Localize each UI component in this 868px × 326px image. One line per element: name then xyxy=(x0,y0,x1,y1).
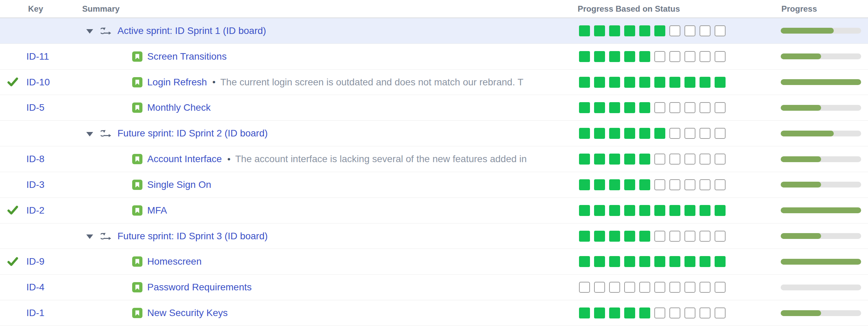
progress-bar-fill xyxy=(781,156,821,162)
issue-summary-link[interactable]: Homescreen xyxy=(147,256,202,267)
story-type-icon xyxy=(132,282,142,292)
status-square xyxy=(624,231,635,242)
sprint-name-link[interactable]: Future sprint: ID Sprint 3 (ID board) xyxy=(117,231,268,242)
story-type-icon xyxy=(132,180,142,190)
issue-key-link[interactable]: ID-10 xyxy=(23,77,81,88)
issue-summary-link[interactable]: Screen Transitions xyxy=(147,51,227,62)
issue-key-link[interactable]: ID-2 xyxy=(23,205,81,216)
progress-squares xyxy=(568,128,781,139)
story-type-icon xyxy=(132,77,142,87)
issue-summary-link[interactable]: Monthly Check xyxy=(147,102,211,113)
progress-cell xyxy=(781,79,868,85)
sprint-group-row[interactable]: Future sprint: ID Sprint 3 (ID board) xyxy=(0,224,868,249)
issue-row[interactable]: ID-4 Password Requirements xyxy=(0,275,868,300)
issue-row[interactable]: ID-3 Single Sign On xyxy=(0,172,868,198)
issue-row[interactable]: ID-9 Homescreen xyxy=(0,249,868,275)
column-header-progress-based-on-status[interactable]: Progress Based on Status xyxy=(568,4,781,14)
issue-key-link[interactable]: ID-9 xyxy=(23,256,81,267)
issue-row[interactable]: ID-1 New Security Keys xyxy=(0,300,868,326)
status-square xyxy=(715,128,726,139)
column-header-key[interactable]: Key xyxy=(23,4,81,14)
status-square xyxy=(624,154,635,165)
sprint-icon xyxy=(101,26,112,36)
sprint-name-link[interactable]: Future sprint: ID Sprint 2 (ID board) xyxy=(117,128,268,139)
progress-bar xyxy=(781,28,861,34)
sprint-name-link[interactable]: Active sprint: ID Sprint 1 (ID board) xyxy=(117,25,266,36)
story-type-icon xyxy=(132,154,142,164)
status-cell xyxy=(0,206,23,215)
status-square xyxy=(715,102,726,113)
collapse-chevron-down-icon[interactable] xyxy=(86,29,93,34)
status-square xyxy=(684,307,695,318)
status-square xyxy=(609,231,620,242)
status-square xyxy=(700,128,710,139)
status-square xyxy=(609,102,620,113)
issue-summary-link[interactable]: Password Requirements xyxy=(147,282,252,293)
status-square xyxy=(715,231,726,242)
sprint-icon xyxy=(101,231,112,241)
status-square xyxy=(669,51,680,62)
status-square xyxy=(594,25,605,36)
status-square xyxy=(654,256,665,267)
summary-cell: Single Sign On xyxy=(81,172,568,197)
status-square xyxy=(594,282,605,293)
status-square xyxy=(639,205,650,216)
progress-bar xyxy=(781,233,861,239)
issue-key-link[interactable]: ID-1 xyxy=(23,307,81,318)
column-header-progress[interactable]: Progress xyxy=(781,4,868,14)
issue-key-link[interactable]: ID-11 xyxy=(23,51,81,62)
status-square xyxy=(624,102,635,113)
status-square xyxy=(624,256,635,267)
progress-squares xyxy=(568,256,781,267)
status-square xyxy=(684,282,695,293)
status-square xyxy=(654,77,665,88)
description-group: • The account interface is lacking sever… xyxy=(222,154,527,165)
done-checkmark-icon xyxy=(7,257,18,266)
collapse-chevron-down-icon[interactable] xyxy=(86,234,93,239)
summary-cell: New Security Keys xyxy=(81,300,568,326)
issue-summary-link[interactable]: Login Refresh xyxy=(147,77,207,88)
sprint-group-row[interactable]: Active sprint: ID Sprint 1 (ID board) xyxy=(0,18,868,44)
issue-summary-link[interactable]: New Security Keys xyxy=(147,307,228,318)
status-square xyxy=(594,205,605,216)
issue-summary-link[interactable]: MFA xyxy=(147,205,167,216)
progress-bar xyxy=(781,131,861,136)
bullet-separator: • xyxy=(227,154,230,165)
issue-key-link[interactable]: ID-8 xyxy=(23,154,81,165)
status-square xyxy=(609,77,620,88)
issue-row[interactable]: ID-10 Login Refresh • The current login … xyxy=(0,70,868,95)
status-square xyxy=(700,154,710,165)
sprint-group-row[interactable]: Future sprint: ID Sprint 2 (ID board) xyxy=(0,121,868,146)
issue-row[interactable]: ID-11 Screen Transitions xyxy=(0,44,868,70)
issue-row[interactable]: ID-5 Monthly Check xyxy=(0,95,868,121)
status-square xyxy=(684,25,695,36)
status-square xyxy=(639,307,650,318)
status-square xyxy=(684,128,695,139)
status-square xyxy=(594,102,605,113)
issue-row[interactable]: ID-8 Account Interface • The account int… xyxy=(0,146,868,172)
progress-bar xyxy=(781,53,861,59)
issue-tracker-table: Key Summary Progress Based on Status Pro… xyxy=(0,0,868,326)
status-square xyxy=(715,307,726,318)
issue-key-link[interactable]: ID-4 xyxy=(23,282,81,293)
status-square xyxy=(669,128,680,139)
status-square xyxy=(609,282,620,293)
status-square xyxy=(654,128,665,139)
progress-squares xyxy=(568,307,781,318)
status-square xyxy=(639,256,650,267)
progress-squares xyxy=(568,179,781,190)
progress-bar-fill xyxy=(781,182,821,188)
progress-cell xyxy=(781,131,868,136)
done-checkmark-icon xyxy=(7,206,18,215)
status-square xyxy=(684,179,695,190)
issue-key-link[interactable]: ID-5 xyxy=(23,102,81,113)
status-square xyxy=(700,256,710,267)
collapse-chevron-down-icon[interactable] xyxy=(86,132,93,136)
issue-summary-link[interactable]: Single Sign On xyxy=(147,179,211,190)
column-header-summary[interactable]: Summary xyxy=(81,4,568,14)
issue-summary-link[interactable]: Account Interface xyxy=(147,154,222,165)
issue-key-link[interactable]: ID-3 xyxy=(23,179,81,190)
status-square xyxy=(715,282,726,293)
issue-row[interactable]: ID-2 MFA xyxy=(0,198,868,224)
status-square xyxy=(684,205,695,216)
